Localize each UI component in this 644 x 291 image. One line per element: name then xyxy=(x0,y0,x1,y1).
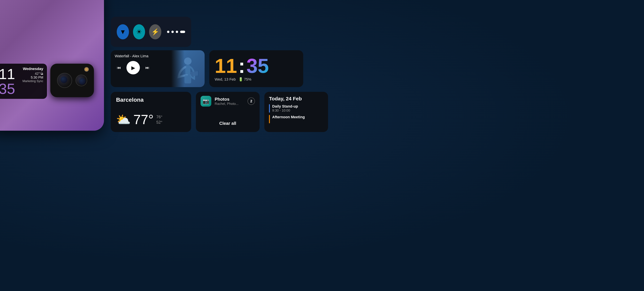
phone-minute: 35 xyxy=(0,80,15,97)
dot-active xyxy=(180,31,185,33)
page-indicators xyxy=(167,31,185,33)
clock-display: 11 : 35 xyxy=(215,56,298,76)
clock-hour: 11 xyxy=(215,56,237,76)
clear-all-button[interactable]: Clear all xyxy=(200,119,255,128)
event-time-1: 9:30 - 10:00 xyxy=(272,109,298,112)
phone-body: 11 35 Wednesday 42°🌤 5:30 PM Marketing S… xyxy=(0,0,104,131)
clock-minute: 35 xyxy=(246,56,269,76)
notif-app-name: Photos xyxy=(215,97,244,102)
notification-widget: 📷 Photos Rachel, Photo... 2 Clear all xyxy=(196,92,260,132)
weather-city: Barcelona xyxy=(116,96,186,103)
weather-widget: Barcelona ⛅ 77° 76° 52° xyxy=(111,92,191,132)
weather-hi-lo: 76° 52° xyxy=(156,115,162,125)
weather-low: 52° xyxy=(156,120,162,125)
widgets-bottom-row: Barcelona ⛅ 77° 76° 52° 📷 Photos Rachel,… xyxy=(111,92,419,132)
event-info-2: Afternoon Meeting xyxy=(272,115,305,119)
event-bar-1 xyxy=(269,104,270,113)
widgets-area: ▼ ☀ ⚡ xyxy=(111,17,419,132)
weather-high: 76° xyxy=(156,115,162,119)
event-info-1: Daily Stand-up 9:30 - 10:00 xyxy=(272,104,298,112)
event-bar-2 xyxy=(269,115,270,123)
battery-percent: 75% xyxy=(244,77,252,81)
dot-1 xyxy=(167,31,170,33)
wifi-icon: ▼ xyxy=(120,28,126,35)
phone-event-name: Marketing Sync xyxy=(22,79,43,83)
calendar-event-1: Daily Stand-up 9:30 - 10:00 xyxy=(269,104,323,113)
weather-icon: ⛅ xyxy=(116,113,131,126)
camera-lens-secondary xyxy=(76,74,87,86)
phone-temp: 42°🌤 xyxy=(22,72,43,75)
play-icon: ▶ xyxy=(131,65,135,71)
next-button[interactable]: ⏭ xyxy=(143,63,152,72)
clock-widget: 11 : 35 Wed, 13 Feb 🔋 75% xyxy=(209,50,303,87)
prev-button[interactable]: ⏮ xyxy=(115,63,123,72)
phone-hour: 11 xyxy=(0,66,15,82)
battery-indicator: 🔋 75% xyxy=(238,77,252,82)
brightness-icon: ☀ xyxy=(136,28,142,35)
clock-subtitle: Wed, 13 Feb 🔋 75% xyxy=(215,77,298,82)
music-controls[interactable]: ⏮ ▶ ⏭ xyxy=(111,58,204,77)
phone-day: Wednesday xyxy=(22,67,43,71)
music-info: Waterfall - Alex Lima xyxy=(111,50,204,58)
play-button[interactable]: ▶ xyxy=(126,61,140,74)
music-player-widget: Waterfall - Alex Lima ⏮ ▶ ⏭ xyxy=(111,50,204,87)
clock-date: Wed, 13 Feb xyxy=(215,77,236,82)
phone-device: 11 35 Wednesday 42°🌤 5:30 PM Marketing S… xyxy=(0,0,111,137)
camera-module xyxy=(50,64,94,97)
weather-temp: 77° xyxy=(133,112,154,127)
photos-app-icon: 📷 xyxy=(200,96,211,107)
notif-header: 📷 Photos Rachel, Photo... 2 xyxy=(200,96,255,107)
weather-main: ⛅ 77° 76° 52° xyxy=(116,112,186,127)
camera-lens-main xyxy=(57,73,72,88)
notif-app-sub: Rachel, Photo... xyxy=(215,102,244,106)
calendar-widget: Today, 24 Feb Daily Stand-up 9:30 - 10:0… xyxy=(264,92,328,132)
camera-flash xyxy=(84,67,89,72)
phone-info: Wednesday 42°🌤 5:30 PM Marketing Sync xyxy=(22,67,43,83)
phone-lock-screen: 11 35 Wednesday 42°🌤 5:30 PM Marketing S… xyxy=(0,64,47,99)
calendar-date: Today, 24 Feb xyxy=(269,96,323,101)
quick-settings-panel: ▼ ☀ ⚡ xyxy=(111,17,191,47)
event-name-2: Afternoon Meeting xyxy=(272,115,305,119)
calendar-event-2: Afternoon Meeting xyxy=(269,115,323,123)
brightness-toggle[interactable]: ☀ xyxy=(133,24,145,39)
bluetooth-icon: ⚡ xyxy=(151,28,159,35)
dot-3 xyxy=(176,31,178,33)
clock-colon: : xyxy=(238,56,245,76)
phone-time-display: 11 35 xyxy=(0,67,15,96)
widgets-top-row: Waterfall - Alex Lima ⏮ ▶ ⏭ 11 : 35 Wed,… xyxy=(111,50,419,87)
dot-2 xyxy=(172,31,174,33)
bluetooth-toggle[interactable]: ⚡ xyxy=(149,24,161,39)
notif-app-info: Photos Rachel, Photo... xyxy=(215,97,244,106)
notif-count-badge: 2 xyxy=(248,97,255,105)
wifi-toggle[interactable]: ▼ xyxy=(117,24,129,39)
phone-event-time: 5:30 PM xyxy=(22,75,43,79)
music-title: Waterfall - Alex Lima xyxy=(115,54,200,58)
event-name-1: Daily Stand-up xyxy=(272,104,298,109)
